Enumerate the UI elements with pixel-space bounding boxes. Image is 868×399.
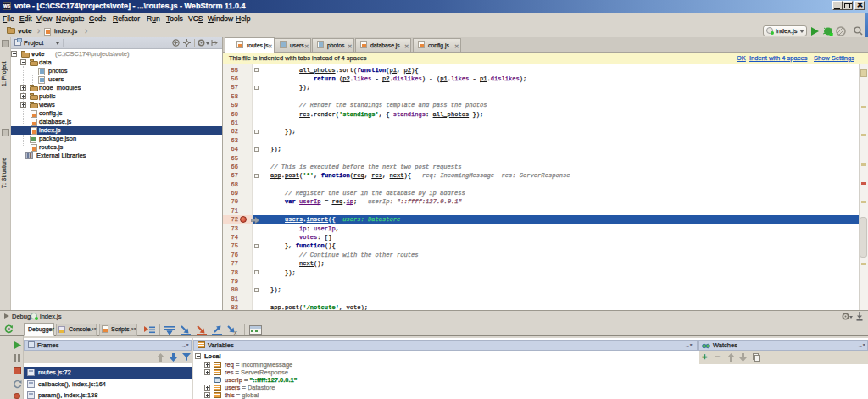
svg-text:x: x	[233, 330, 237, 335]
